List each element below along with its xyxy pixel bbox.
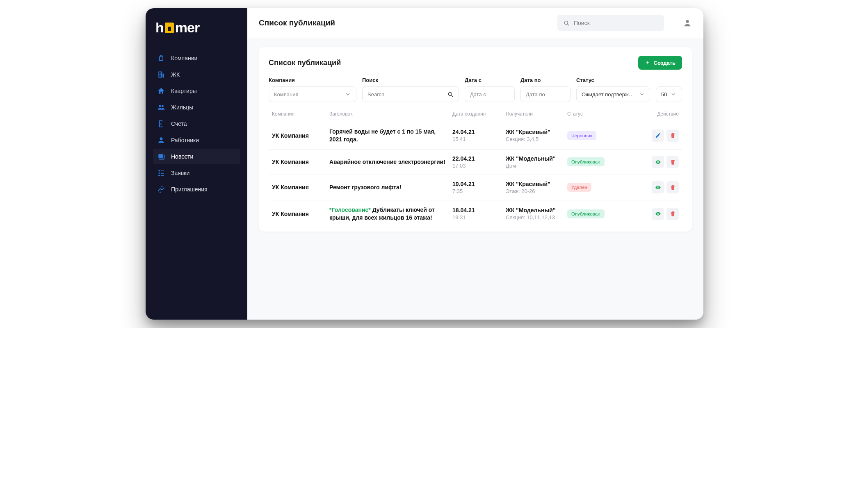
cell-actions — [617, 175, 682, 200]
filter-company-select[interactable]: Компания — [269, 86, 356, 102]
app-window: h mer КомпанииЖККвартирыЖильцыСчетаРабот… — [146, 8, 703, 320]
global-search[interactable] — [557, 15, 664, 31]
delete-icon — [670, 184, 676, 191]
filter-datefrom-input[interactable] — [465, 86, 515, 102]
row-action-view[interactable] — [652, 208, 664, 220]
recipient-sub: Секция: 3,4,5 — [506, 136, 561, 142]
date-time: 7:35 — [452, 188, 499, 194]
recipient-sub: Дом — [506, 163, 561, 169]
row-action-view[interactable] — [652, 181, 664, 193]
recipient-main: ЖК "Красивый" — [506, 181, 561, 187]
topbar: Список публикаций — [247, 8, 703, 38]
col-created: Дата создания — [449, 106, 502, 122]
filter-row: Компания Компания Поиск — [269, 77, 682, 102]
chevron-down-icon — [345, 91, 351, 98]
brand-part2: mer — [175, 20, 199, 36]
sidebar-item-7[interactable]: Заявки — [153, 165, 240, 181]
view-icon — [655, 184, 661, 191]
company-icon — [157, 54, 165, 62]
date-main: 24.04.21 — [452, 129, 499, 135]
row-action-delete[interactable] — [666, 129, 679, 142]
col-title: Заголовок — [326, 106, 449, 122]
table-row: УК Компания*Голосование* Дубликаты ключе… — [269, 200, 682, 227]
recipient-main: ЖК "Модельный" — [506, 155, 561, 162]
brand-square-icon — [165, 23, 174, 33]
filter-status-label: Статус — [576, 77, 650, 83]
filter-datefrom-label: Дата с — [465, 77, 515, 83]
search-icon — [447, 91, 454, 98]
status-badge: Опубликован — [567, 209, 605, 218]
recipient-sub: Секция: 10,11,12,13 — [506, 214, 561, 220]
sidebar-item-1[interactable]: ЖК — [153, 67, 240, 82]
card-head: Список публикаций Создать — [269, 56, 682, 70]
status-badge: Опубликован — [567, 157, 605, 166]
cell-status: Удален — [564, 175, 617, 200]
row-action-view[interactable] — [652, 156, 664, 168]
cell-title: *Голосование* Дубликаты ключей от крыши,… — [326, 200, 449, 227]
cell-company: УК Компания — [269, 200, 326, 227]
recipient-main: ЖК "Красивый" — [506, 129, 561, 135]
tasks-icon — [157, 169, 165, 177]
per-page-select[interactable]: 50 — [656, 86, 682, 102]
sidebar-item-0[interactable]: Компании — [153, 50, 240, 66]
title-text: Горячей воды не будет с 1 по 15 мая, 202… — [329, 128, 436, 143]
sidebar-item-6[interactable]: Новости — [153, 149, 240, 164]
search-icon — [563, 20, 570, 26]
per-page-value: 50 — [661, 91, 667, 98]
filter-status-select[interactable]: Ожидает подтверждения — [576, 86, 650, 102]
cell-recipients: ЖК "Красивый"Секция: 3,4,5 — [502, 122, 564, 150]
sidebar-item-8[interactable]: Приглашения — [153, 182, 240, 197]
user-icon — [683, 18, 692, 27]
cell-title: Горячей воды не будет с 1 по 15 мая, 202… — [326, 122, 449, 150]
cell-status: Опубликован — [564, 200, 617, 227]
sidebar-nav: КомпанииЖККвартирыЖильцыСчетаРаботникиНо… — [153, 50, 240, 197]
status-badge: Черновик — [567, 131, 596, 140]
brand-part1: h — [155, 20, 164, 36]
title-prefix: *Голосование* — [329, 207, 372, 213]
filter-search-input[interactable] — [367, 91, 444, 98]
content: Список публикаций Создать Компания Компа… — [247, 38, 703, 241]
sidebar-item-label: ЖК — [171, 71, 180, 78]
table-row: УК КомпанияРемонт грузового лифта!19.04.… — [269, 175, 682, 200]
cell-recipients: ЖК "Модельный"Дом — [502, 149, 564, 175]
filter-search[interactable] — [362, 86, 459, 102]
cell-title: Аварийное отключение электроэнергии! — [326, 149, 449, 175]
col-recipients: Получатели — [502, 106, 564, 122]
row-action-delete[interactable] — [666, 156, 679, 168]
table-row: УК КомпанияАварийное отключение электроэ… — [269, 149, 682, 175]
recipient-sub: Этаж: 20-26 — [506, 188, 561, 194]
sidebar-item-3[interactable]: Жильцы — [153, 100, 240, 115]
row-action-delete[interactable] — [666, 208, 679, 220]
publications-card: Список публикаций Создать Компания Компа… — [259, 47, 692, 232]
global-search-input[interactable] — [574, 20, 658, 26]
filter-status-value: Ожидает подтверждения — [582, 91, 636, 98]
create-button-label: Создать — [654, 60, 676, 66]
date-main: 18.04.21 — [452, 207, 499, 213]
row-action-edit[interactable] — [652, 129, 664, 142]
view-icon — [655, 211, 661, 217]
sidebar-item-4[interactable]: Счета — [153, 116, 240, 132]
filter-dateto-input[interactable] — [520, 86, 571, 102]
sidebar-item-2[interactable]: Квартиры — [153, 83, 240, 99]
sidebar-item-label: Квартиры — [171, 88, 197, 94]
home-icon — [157, 87, 165, 95]
sidebar-item-label: Работники — [171, 137, 199, 143]
sidebar-item-label: Новости — [171, 153, 193, 160]
filter-company-label: Компания — [269, 77, 356, 83]
user-avatar[interactable] — [683, 18, 692, 27]
page-title: Список публикаций — [259, 18, 335, 27]
sidebar-item-5[interactable]: Работники — [153, 132, 240, 148]
building-icon — [157, 70, 165, 79]
delete-icon — [670, 159, 676, 165]
worker-icon — [157, 136, 165, 144]
row-action-delete[interactable] — [666, 181, 679, 193]
delete-icon — [670, 211, 676, 217]
publications-table: Компания Заголовок Дата создания Получат… — [269, 106, 682, 227]
sidebar-item-label: Приглашения — [171, 186, 208, 193]
cell-date: 19.04.217:35 — [449, 175, 502, 200]
chevron-down-icon — [670, 91, 677, 98]
sidebar-item-label: Заявки — [171, 170, 189, 176]
cell-company: УК Компания — [269, 149, 326, 175]
create-button[interactable]: Создать — [638, 56, 682, 70]
col-status: Статус — [564, 106, 617, 122]
